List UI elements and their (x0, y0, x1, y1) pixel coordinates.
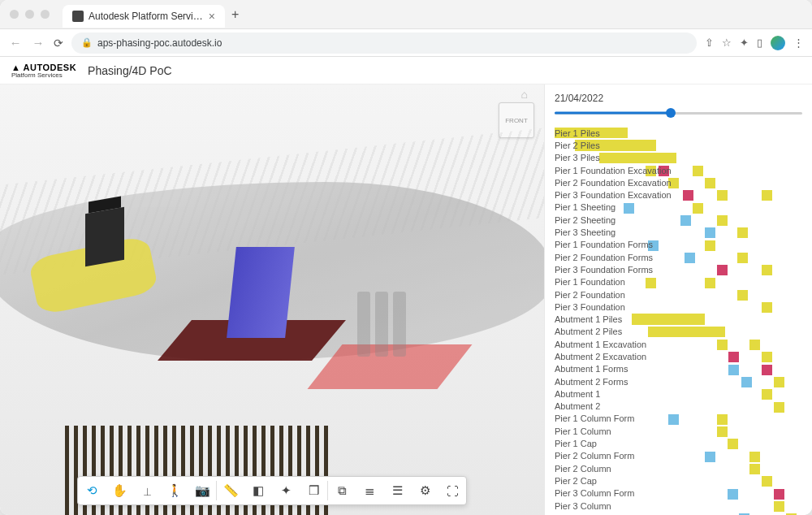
app-header: ▲ AUTODESK Platform Services Phasing/4D … (0, 57, 812, 84)
settings-button[interactable]: ⚙ (411, 477, 438, 504)
gantt-task-label: Abutment 1 (555, 389, 676, 399)
gantt-row[interactable]: Pier 1 Column Form (555, 413, 802, 425)
autodesk-logo: ▲ AUTODESK Platform Services (11, 63, 76, 79)
gantt-row[interactable]: Pier 3 Sheeting (555, 226, 802, 238)
gantt-row[interactable]: Abutment 1 Excavation (555, 338, 802, 350)
gantt-row[interactable]: Pier 1 Foundation (555, 276, 802, 288)
gantt-task-label: Pier 2 Foundation (555, 290, 676, 300)
gantt-task-label: Abutment 1 Piles (555, 314, 676, 324)
reload-button[interactable]: ⟳ (54, 37, 63, 50)
gantt-row[interactable]: Pier 3 Foundation (555, 301, 802, 313)
gantt-task-label: Pier 1 Foundation Forms (555, 240, 676, 249)
gantt-task-label: Abutment 1 Excavation (555, 340, 676, 349)
viewer-3d[interactable]: ⌂ FRONT ⟲ ✋ ⟂ 🚶 📷 📏 ◧ (0, 84, 544, 515)
gantt-task-label: Pier 2 Foundation Excavation (555, 178, 676, 188)
measure-button[interactable]: 📏 (217, 477, 244, 504)
gantt-task-label: Pier 2 Foundation Forms (555, 253, 676, 262)
section-button[interactable]: ◧ (244, 477, 272, 504)
gantt-row[interactable]: Pier 2 Sheeting (555, 214, 802, 226)
extensions-icon[interactable]: ✦ (740, 37, 749, 49)
properties-button[interactable]: ☰ (383, 477, 411, 504)
bookmark-icon[interactable]: ☆ (722, 37, 732, 49)
gantt-row[interactable]: Pier 1 Cap (555, 437, 802, 449)
favicon-icon (72, 11, 84, 22)
walk-button[interactable]: 🚶 (161, 477, 188, 504)
gantt-row[interactable]: Abutment 2 (555, 400, 802, 413)
orbit-button[interactable]: ⟲ (78, 477, 106, 504)
gantt-row[interactable]: Abutment 1 Piles (555, 313, 802, 325)
timeline-date: 21/04/2022 (555, 93, 802, 104)
new-tab-button[interactable]: + (231, 7, 239, 22)
profile-avatar[interactable] (771, 36, 785, 50)
model-button[interactable]: ❒ (300, 477, 327, 504)
close-tab-icon[interactable]: × (209, 10, 215, 23)
gantt-row[interactable]: Pier 2 Piles (555, 139, 802, 151)
timeline-sidebar: 21/04/2022 Pier 1 PilesPier 2 PilesPier … (544, 84, 812, 515)
gantt-task-label: Pier 1 Column Form (555, 413, 676, 423)
share-icon[interactable]: ⇧ (705, 37, 714, 49)
gantt-row[interactable]: Pier 1 Foundation Excavation (555, 164, 802, 176)
back-button[interactable]: ← (8, 36, 23, 50)
address-bar[interactable]: 🔒 aps-phasing-poc.autodesk.io (71, 32, 697, 54)
gantt-row[interactable]: Abutment 2 Forms (555, 375, 802, 387)
pan-button[interactable]: ✋ (106, 477, 133, 504)
dolly-button[interactable]: ⟂ (133, 477, 161, 504)
gantt-task-label: Pier 2 Cap (555, 476, 676, 486)
gantt-row[interactable]: Abutment 1 (555, 387, 802, 400)
url-text: aps-phasing-poc.autodesk.io (97, 37, 222, 49)
menu-icon[interactable]: ⋮ (793, 37, 804, 49)
browser-tab[interactable]: Autodesk Platform Services: P × (63, 5, 225, 28)
gantt-task-label: Abutment 2 Piles (555, 327, 676, 336)
gantt-row[interactable]: Pier 2 Foundation Excavation (555, 176, 802, 188)
gantt-row[interactable]: Pier 1 Column (555, 425, 802, 437)
explode-button[interactable]: ✦ (272, 477, 300, 504)
browser-button[interactable]: ⧉ (328, 477, 356, 504)
gantt-row[interactable]: Pier 3 Piles (555, 152, 802, 164)
gantt-task-label: Pier 3 Sheeting (555, 227, 676, 237)
gantt-row[interactable]: Pier 1 Piles (555, 127, 802, 139)
gantt-row[interactable]: Pier 3 Column Form (555, 487, 802, 500)
window-controls (10, 10, 50, 19)
gantt-task-label: Pier 1 Cap (555, 439, 676, 448)
gantt-row[interactable]: Pier 1 Sheeting (555, 201, 802, 214)
gantt-task-label: Pier 3 Foundation Excavation (555, 190, 676, 200)
camera-button[interactable]: 📷 (188, 477, 216, 504)
gantt-row[interactable]: Pier 1 Foundation Forms (555, 239, 802, 251)
brand-sub: Platform Services (11, 72, 76, 79)
gantt-task-label: Abutment 2 (555, 401, 676, 411)
gantt-row[interactable]: Abutment 2 Excavation (555, 350, 802, 362)
gantt-row[interactable]: Pier 2 Column Form (555, 450, 802, 462)
timeline-slider[interactable] (555, 107, 802, 119)
gantt-task-label: Pier 1 Column (555, 426, 676, 436)
gantt-row[interactable]: Pier 2 Cap (555, 474, 802, 487)
gantt-task-label: Pier 2 Sheeting (555, 215, 676, 225)
gantt-task-label: Abutment 2 Excavation (555, 352, 676, 361)
gantt-row[interactable]: Pier 3 Foundation Forms (555, 263, 802, 275)
gantt-row[interactable]: Pier 3 Column (555, 500, 802, 512)
gantt-task-label: Pier 2 Piles (555, 141, 676, 150)
gantt-row[interactable]: Pier 2 Column (555, 462, 802, 474)
gantt-row[interactable]: Pier 2 Foundation Forms (555, 251, 802, 263)
gantt-task-label: Abutment 2 Forms (555, 377, 676, 387)
close-window-icon[interactable] (10, 10, 19, 19)
lock-icon: 🔒 (81, 37, 93, 48)
reader-icon[interactable]: ▯ (757, 37, 762, 49)
gantt-task-label: Pier 1 Foundation Excavation (555, 166, 676, 175)
minimize-window-icon[interactable] (25, 10, 34, 19)
page-title: Phasing/4D PoC (88, 64, 172, 77)
gantt-task-label: Abutment 1 Forms (555, 364, 676, 374)
brand-name: ▲ AUTODESK (11, 63, 76, 72)
gantt-row[interactable]: Abutment 2 Piles (555, 326, 802, 338)
fullscreen-button[interactable]: ⛶ (438, 477, 466, 504)
forward-button[interactable]: → (31, 36, 45, 50)
browser-toolbar: ← → ⟳ 🔒 aps-phasing-poc.autodesk.io ⇧ ☆ … (0, 29, 812, 57)
gantt-row[interactable]: Pier 3 Foundation Excavation (555, 188, 802, 201)
gantt-task-label: Pier 3 Foundation Forms (555, 265, 676, 275)
maximize-window-icon[interactable] (41, 10, 50, 19)
layers-button[interactable]: ≣ (356, 477, 383, 504)
gantt-task-label: Pier 1 Foundation (555, 277, 676, 287)
gantt-row[interactable]: Pier 3 Cap Form (555, 512, 802, 515)
gantt-row[interactable]: Pier 2 Foundation (555, 288, 802, 301)
gantt-row[interactable]: Abutment 1 Forms (555, 363, 802, 375)
browser-titlebar: Autodesk Platform Services: P × + (0, 0, 812, 29)
